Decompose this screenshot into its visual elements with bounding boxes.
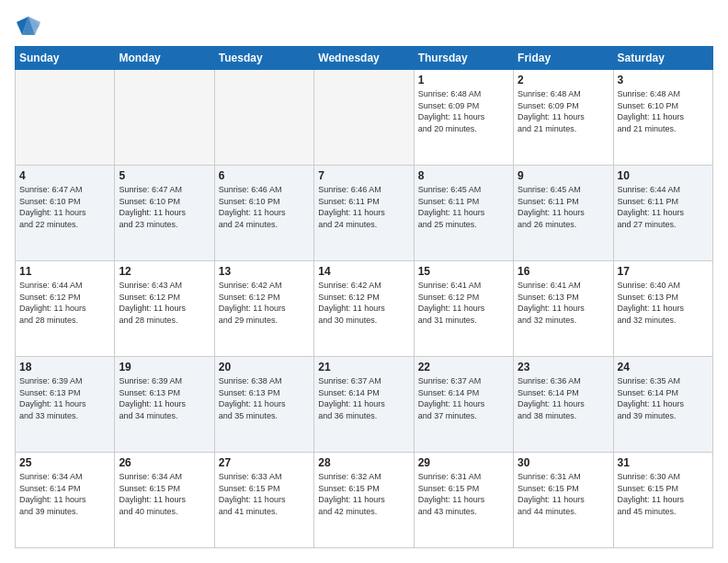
day-cell-11: 11Sunrise: 6:44 AM Sunset: 6:12 PM Dayli… [16,261,115,357]
day-detail: Sunrise: 6:41 AM Sunset: 6:13 PM Dayligh… [518,280,609,326]
col-header-friday: Friday [514,47,613,70]
day-detail: Sunrise: 6:47 AM Sunset: 6:10 PM Dayligh… [19,184,110,230]
week-row-5: 25Sunrise: 6:34 AM Sunset: 6:14 PM Dayli… [16,453,713,548]
day-cell-8: 8Sunrise: 6:45 AM Sunset: 6:11 PM Daylig… [414,166,513,261]
logo-icon [15,15,42,37]
day-cell-15: 15Sunrise: 6:41 AM Sunset: 6:12 PM Dayli… [414,261,513,357]
day-detail: Sunrise: 6:37 AM Sunset: 6:14 PM Dayligh… [418,375,509,421]
day-number: 30 [518,456,609,469]
day-cell-2: 2Sunrise: 6:48 AM Sunset: 6:09 PM Daylig… [514,70,613,166]
day-detail: Sunrise: 6:42 AM Sunset: 6:12 PM Dayligh… [318,280,409,326]
header [15,15,713,37]
day-number: 20 [219,361,310,373]
day-detail: Sunrise: 6:43 AM Sunset: 6:12 PM Dayligh… [119,280,210,326]
day-detail: Sunrise: 6:45 AM Sunset: 6:11 PM Dayligh… [518,184,609,230]
day-detail: Sunrise: 6:34 AM Sunset: 6:15 PM Dayligh… [119,471,210,517]
day-detail: Sunrise: 6:47 AM Sunset: 6:10 PM Dayligh… [119,184,210,230]
page: SundayMondayTuesdayWednesdayThursdayFrid… [0,0,728,563]
day-number: 1 [418,74,509,86]
day-number: 6 [219,169,310,182]
day-detail: Sunrise: 6:38 AM Sunset: 6:13 PM Dayligh… [219,375,310,421]
day-cell-19: 19Sunrise: 6:39 AM Sunset: 6:13 PM Dayli… [115,357,214,453]
day-cell-28: 28Sunrise: 6:32 AM Sunset: 6:15 PM Dayli… [314,453,414,548]
day-number: 13 [219,265,310,278]
header-row: SundayMondayTuesdayWednesdayThursdayFrid… [16,47,713,70]
day-number: 10 [618,169,709,182]
day-cell-empty [115,70,214,166]
day-detail: Sunrise: 6:44 AM Sunset: 6:12 PM Dayligh… [19,280,110,326]
day-cell-22: 22Sunrise: 6:37 AM Sunset: 6:14 PM Dayli… [414,357,513,453]
day-number: 24 [618,361,709,373]
day-detail: Sunrise: 6:31 AM Sunset: 6:15 PM Dayligh… [518,471,609,517]
day-detail: Sunrise: 6:46 AM Sunset: 6:11 PM Dayligh… [318,184,409,230]
week-row-2: 4Sunrise: 6:47 AM Sunset: 6:10 PM Daylig… [16,166,713,261]
day-detail: Sunrise: 6:45 AM Sunset: 6:11 PM Dayligh… [418,184,509,230]
day-number: 15 [418,265,509,278]
day-cell-14: 14Sunrise: 6:42 AM Sunset: 6:12 PM Dayli… [314,261,414,357]
col-header-sunday: Sunday [16,47,115,70]
day-detail: Sunrise: 6:31 AM Sunset: 6:15 PM Dayligh… [418,471,509,517]
day-cell-31: 31Sunrise: 6:30 AM Sunset: 6:15 PM Dayli… [613,453,712,548]
day-detail: Sunrise: 6:44 AM Sunset: 6:11 PM Dayligh… [618,184,709,230]
day-detail: Sunrise: 6:35 AM Sunset: 6:14 PM Dayligh… [618,375,709,421]
day-number: 26 [119,456,210,469]
day-detail: Sunrise: 6:48 AM Sunset: 6:09 PM Dayligh… [518,88,609,134]
week-row-1: 1Sunrise: 6:48 AM Sunset: 6:09 PM Daylig… [16,70,713,166]
day-cell-29: 29Sunrise: 6:31 AM Sunset: 6:15 PM Dayli… [414,453,513,548]
day-cell-21: 21Sunrise: 6:37 AM Sunset: 6:14 PM Dayli… [314,357,414,453]
day-detail: Sunrise: 6:37 AM Sunset: 6:14 PM Dayligh… [318,375,409,421]
day-detail: Sunrise: 6:39 AM Sunset: 6:13 PM Dayligh… [19,375,110,421]
day-detail: Sunrise: 6:41 AM Sunset: 6:12 PM Dayligh… [418,280,509,326]
day-number: 14 [318,265,409,278]
day-detail: Sunrise: 6:33 AM Sunset: 6:15 PM Dayligh… [219,471,310,517]
day-cell-4: 4Sunrise: 6:47 AM Sunset: 6:10 PM Daylig… [16,166,115,261]
day-cell-empty [16,70,115,166]
day-cell-7: 7Sunrise: 6:46 AM Sunset: 6:11 PM Daylig… [314,166,414,261]
col-header-wednesday: Wednesday [314,47,414,70]
day-number: 29 [418,456,509,469]
day-cell-18: 18Sunrise: 6:39 AM Sunset: 6:13 PM Dayli… [16,357,115,453]
day-cell-16: 16Sunrise: 6:41 AM Sunset: 6:13 PM Dayli… [514,261,613,357]
calendar-table: SundayMondayTuesdayWednesdayThursdayFrid… [15,46,713,548]
day-number: 5 [119,169,210,182]
day-number: 17 [618,265,709,278]
day-cell-12: 12Sunrise: 6:43 AM Sunset: 6:12 PM Dayli… [115,261,214,357]
day-cell-9: 9Sunrise: 6:45 AM Sunset: 6:11 PM Daylig… [514,166,613,261]
day-cell-27: 27Sunrise: 6:33 AM Sunset: 6:15 PM Dayli… [214,453,313,548]
week-row-3: 11Sunrise: 6:44 AM Sunset: 6:12 PM Dayli… [16,261,713,357]
day-cell-17: 17Sunrise: 6:40 AM Sunset: 6:13 PM Dayli… [613,261,712,357]
logo [15,15,46,37]
day-number: 4 [19,169,110,182]
day-cell-25: 25Sunrise: 6:34 AM Sunset: 6:14 PM Dayli… [16,453,115,548]
day-number: 25 [19,456,110,469]
day-number: 31 [618,456,709,469]
day-cell-30: 30Sunrise: 6:31 AM Sunset: 6:15 PM Dayli… [514,453,613,548]
day-cell-3: 3Sunrise: 6:48 AM Sunset: 6:10 PM Daylig… [613,70,712,166]
col-header-saturday: Saturday [613,47,712,70]
col-header-thursday: Thursday [414,47,513,70]
day-cell-10: 10Sunrise: 6:44 AM Sunset: 6:11 PM Dayli… [613,166,712,261]
col-header-tuesday: Tuesday [214,47,313,70]
day-number: 7 [318,169,409,182]
col-header-monday: Monday [115,47,214,70]
day-detail: Sunrise: 6:36 AM Sunset: 6:14 PM Dayligh… [518,375,609,421]
day-number: 27 [219,456,310,469]
day-number: 8 [418,169,509,182]
day-detail: Sunrise: 6:30 AM Sunset: 6:15 PM Dayligh… [618,471,709,517]
day-detail: Sunrise: 6:48 AM Sunset: 6:09 PM Dayligh… [418,88,509,134]
day-cell-empty [214,70,313,166]
day-number: 18 [19,361,110,373]
day-number: 3 [618,74,709,86]
day-detail: Sunrise: 6:32 AM Sunset: 6:15 PM Dayligh… [318,471,409,517]
day-number: 11 [19,265,110,278]
day-cell-24: 24Sunrise: 6:35 AM Sunset: 6:14 PM Dayli… [613,357,712,453]
day-detail: Sunrise: 6:40 AM Sunset: 6:13 PM Dayligh… [618,280,709,326]
week-row-4: 18Sunrise: 6:39 AM Sunset: 6:13 PM Dayli… [16,357,713,453]
day-number: 19 [119,361,210,373]
day-number: 9 [518,169,609,182]
day-detail: Sunrise: 6:42 AM Sunset: 6:12 PM Dayligh… [219,280,310,326]
day-detail: Sunrise: 6:46 AM Sunset: 6:10 PM Dayligh… [219,184,310,230]
day-detail: Sunrise: 6:34 AM Sunset: 6:14 PM Dayligh… [19,471,110,517]
day-number: 2 [518,74,609,86]
day-cell-6: 6Sunrise: 6:46 AM Sunset: 6:10 PM Daylig… [214,166,313,261]
